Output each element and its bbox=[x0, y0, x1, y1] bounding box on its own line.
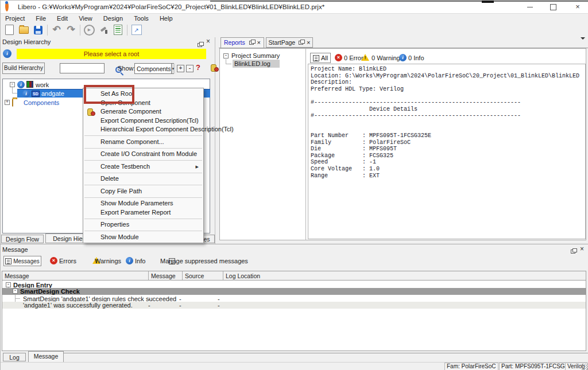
info-icon: i bbox=[126, 257, 133, 264]
context-menu: Set As Root Open Component Generate Comp… bbox=[83, 88, 204, 243]
float-tab-icon[interactable] bbox=[299, 40, 305, 45]
column-message-id[interactable]: Message ID bbox=[149, 271, 183, 280]
menu-design[interactable]: Design bbox=[99, 14, 127, 23]
tree-connector bbox=[226, 64, 231, 64]
menu-item-create-testbench[interactable]: Create Testbench▶ bbox=[83, 162, 203, 172]
tab-message[interactable]: Message bbox=[28, 351, 64, 362]
minimize-button[interactable] bbox=[520, 1, 540, 13]
report-tree-project-summary[interactable]: Project Summary bbox=[231, 52, 280, 59]
new-document-icon bbox=[5, 25, 14, 35]
column-message[interactable]: Message bbox=[2, 271, 149, 280]
warning-icon: ! bbox=[92, 257, 100, 264]
message-row-generated[interactable]: 'andgate1' was successfully generated. -… bbox=[2, 302, 586, 309]
menu-separator bbox=[84, 173, 202, 173]
menu-item-generate-component[interactable]: Generate Component bbox=[83, 107, 203, 116]
close-icon: × bbox=[575, 4, 580, 10]
error-icon: × bbox=[335, 54, 342, 61]
build-hierarchy-button[interactable]: Build Hierarchy bbox=[2, 63, 45, 74]
menu-item-show-module[interactable]: Show Module bbox=[83, 233, 203, 242]
menu-tools[interactable]: Tools bbox=[129, 14, 153, 23]
float-tab-icon[interactable] bbox=[249, 40, 256, 45]
report-document-icon bbox=[114, 25, 122, 35]
message-table-body: - Design Entry - SmartDesign Check Smart… bbox=[2, 281, 586, 351]
menu-view[interactable]: View bbox=[74, 14, 97, 23]
tab-reports[interactable]: Reports × bbox=[220, 37, 264, 48]
tree-connector bbox=[12, 93, 17, 94]
close-panel-icon[interactable]: × bbox=[206, 37, 210, 45]
menu-item-show-module-parameters[interactable]: Show Module Parameters bbox=[83, 199, 203, 208]
tab-log[interactable]: Log bbox=[3, 353, 26, 361]
column-log-location[interactable]: Log Location bbox=[223, 271, 586, 280]
menu-file[interactable]: File bbox=[31, 14, 51, 23]
maximize-work-area-button[interactable]: ↗ bbox=[129, 24, 144, 36]
tree-item-work[interactable]: work bbox=[36, 81, 49, 88]
row-expander[interactable]: - bbox=[13, 289, 18, 294]
menu-item-properties[interactable]: Properties bbox=[83, 220, 203, 229]
report-tree-blinkled-log[interactable]: BlinkLED.log bbox=[233, 60, 280, 68]
filter-info-label[interactable]: 0 Info bbox=[408, 54, 424, 61]
play-icon: ▶ bbox=[84, 25, 95, 36]
chevron-down-icon[interactable]: ▼ bbox=[171, 64, 175, 73]
tab-startpage-label: StartPage bbox=[269, 39, 296, 46]
filter-warnings-label[interactable]: 0 Warnings bbox=[372, 54, 403, 61]
menu-item-export-parameter-report[interactable]: Export Parameter Report bbox=[83, 208, 203, 217]
column-source-location[interactable]: Source Location bbox=[183, 271, 223, 280]
project-summary-expander[interactable]: - bbox=[223, 53, 229, 59]
menu-help[interactable]: Help bbox=[155, 14, 177, 23]
filter-all-button[interactable]: All bbox=[310, 53, 331, 63]
close-tab-icon[interactable]: × bbox=[257, 39, 261, 46]
menu-project[interactable]: Project bbox=[1, 14, 29, 23]
menu-item-hierarchical-export[interactable]: Hierarchical Export Component Descriptio… bbox=[83, 125, 203, 134]
resize-grip[interactable] bbox=[581, 364, 588, 370]
work-expander[interactable]: - bbox=[10, 82, 15, 87]
menu-item-export-component-description[interactable]: Export Component Description(Tcl) bbox=[83, 116, 203, 126]
help-icon[interactable]: ? bbox=[196, 63, 200, 72]
save-button[interactable] bbox=[31, 24, 45, 36]
undo-button[interactable]: ↶ bbox=[49, 24, 64, 36]
reports-divider bbox=[305, 49, 306, 240]
message-row-smartdesign-check[interactable]: - SmartDesign Check bbox=[2, 288, 586, 295]
run-button[interactable]: ▶ bbox=[82, 24, 96, 36]
message-panel-title: Message bbox=[2, 246, 28, 253]
expand-icon: ↗ bbox=[131, 25, 142, 35]
menu-edit[interactable]: Edit bbox=[52, 14, 72, 23]
tree-connector bbox=[12, 87, 13, 93]
tree-item-andgate[interactable]: andgate bbox=[41, 90, 64, 97]
menu-item-rename-component[interactable]: Rename Component... bbox=[83, 138, 203, 147]
components-expander[interactable]: + bbox=[5, 100, 10, 105]
status-bar: Fam: PolarFireSoC Part: MPFS095T-1FCSG32… bbox=[1, 362, 588, 370]
menu-item-delete[interactable]: Delete bbox=[83, 174, 203, 184]
tab-startpage[interactable]: StartPage × bbox=[266, 37, 313, 48]
tab-design-flow[interactable]: Design Flow bbox=[1, 235, 44, 243]
warning-icon: ! bbox=[361, 54, 369, 61]
menu-separator bbox=[84, 231, 202, 231]
float-panel-icon[interactable] bbox=[571, 248, 577, 254]
collapse-all-button[interactable]: - bbox=[186, 65, 194, 72]
manage-suppressed-label[interactable]: Manage suppressed messages bbox=[160, 258, 248, 264]
close-tab-icon[interactable]: × bbox=[307, 39, 310, 46]
tool-button[interactable] bbox=[96, 24, 111, 36]
show-filter-select[interactable]: Components ▼ bbox=[134, 63, 174, 74]
row-expander[interactable]: - bbox=[6, 282, 11, 287]
menu-item-create-io-constraint[interactable]: Create I/O Constraint from Module bbox=[83, 150, 203, 159]
list-icon bbox=[313, 55, 319, 61]
tab-baseline bbox=[64, 353, 588, 353]
tree-item-components[interactable]: Components bbox=[24, 99, 59, 106]
menu-separator bbox=[84, 148, 202, 149]
hierarchy-search-input[interactable] bbox=[60, 63, 105, 73]
screen-edge-artifact-dark bbox=[482, 1, 494, 3]
menu-item-copy-file-path[interactable]: Copy File Path bbox=[83, 187, 203, 196]
filter-messages-button[interactable]: Messages bbox=[3, 256, 41, 266]
close-panel-icon[interactable]: × bbox=[580, 245, 584, 253]
open-project-button[interactable] bbox=[17, 24, 31, 36]
new-project-button[interactable] bbox=[2, 24, 17, 36]
float-panel-icon[interactable] bbox=[198, 42, 204, 47]
redo-button[interactable]: ↷ bbox=[64, 24, 78, 36]
expand-all-button[interactable]: + bbox=[177, 65, 184, 72]
filter-errors-label[interactable]: Errors bbox=[59, 258, 76, 264]
generate-component-icon[interactable] bbox=[211, 64, 219, 72]
close-button[interactable]: × bbox=[568, 1, 587, 13]
filter-info-label[interactable]: Info bbox=[135, 258, 145, 264]
maximize-button[interactable] bbox=[543, 1, 563, 13]
reports-button[interactable] bbox=[111, 24, 125, 36]
